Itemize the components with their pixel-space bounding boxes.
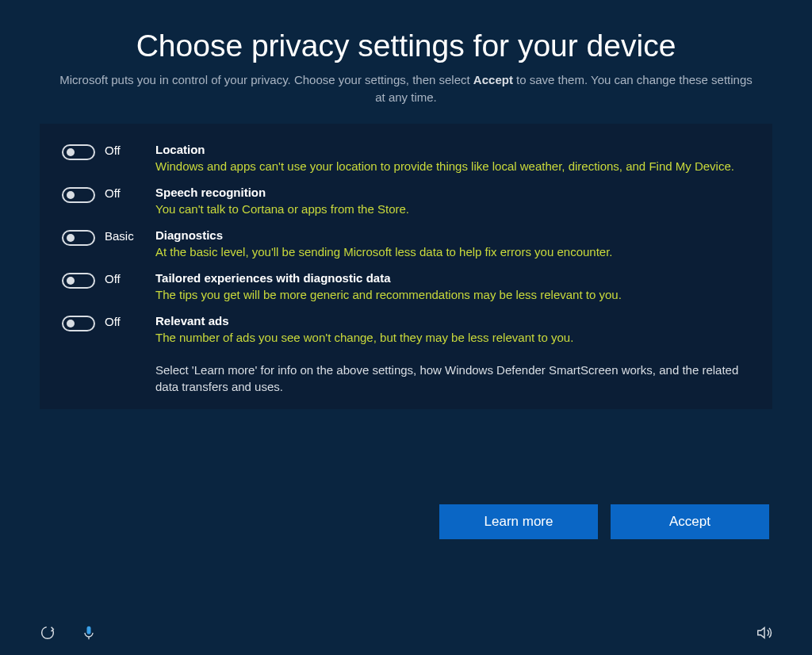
toggle-label: Off bbox=[105, 314, 155, 328]
settings-panel: Off Location Windows and apps can't use … bbox=[40, 124, 772, 409]
toggle-label: Off bbox=[105, 186, 155, 200]
toggle-speech[interactable] bbox=[62, 187, 95, 203]
learn-more-button[interactable]: Learn more bbox=[439, 504, 598, 539]
ease-of-access-icon[interactable] bbox=[38, 623, 57, 642]
toggle-location[interactable] bbox=[62, 144, 95, 160]
setting-title: Diagnostics bbox=[155, 228, 750, 242]
toggle-label: Off bbox=[105, 143, 155, 157]
volume-icon[interactable] bbox=[755, 623, 774, 642]
setting-desc: At the basic level, you'll be sending Mi… bbox=[155, 243, 750, 260]
subtitle-pre: Microsoft puts you in control of your pr… bbox=[59, 73, 473, 86]
setting-title: Relevant ads bbox=[155, 314, 750, 328]
setting-title: Speech recognition bbox=[155, 186, 750, 199]
taskbar bbox=[0, 623, 812, 642]
toggle-label: Off bbox=[105, 271, 155, 285]
svg-rect-1 bbox=[87, 626, 91, 634]
setting-desc: You can't talk to Cortana or apps from t… bbox=[155, 201, 750, 217]
setting-title: Location bbox=[155, 143, 750, 156]
page-subtitle: Microsoft puts you in control of your pr… bbox=[57, 71, 755, 106]
setting-desc: The number of ads you see won't change, … bbox=[155, 329, 750, 346]
setting-title: Tailored experiences with diagnostic dat… bbox=[155, 271, 750, 285]
toggle-tailored[interactable] bbox=[62, 273, 95, 289]
setting-row-diagnostics: Basic Diagnostics At the basic level, yo… bbox=[62, 222, 750, 265]
toggle-label: Basic bbox=[105, 228, 155, 243]
accept-button[interactable]: Accept bbox=[611, 504, 769, 539]
setting-row-speech: Off Speech recognition You can't talk to… bbox=[62, 179, 750, 222]
setting-row-location: Off Location Windows and apps can't use … bbox=[62, 136, 750, 179]
setting-row-tailored: Off Tailored experiences with diagnostic… bbox=[62, 265, 750, 308]
button-bar: Learn more Accept bbox=[40, 504, 772, 539]
setting-desc: Windows and apps can't use your location… bbox=[155, 158, 750, 174]
subtitle-bold: Accept bbox=[473, 73, 513, 86]
footer-note: Select 'Learn more' for info on the abov… bbox=[155, 362, 750, 395]
page-title: Choose privacy settings for your device bbox=[40, 29, 772, 63]
toggle-diagnostics[interactable] bbox=[62, 230, 95, 246]
svg-point-0 bbox=[42, 627, 54, 639]
microphone-icon[interactable] bbox=[79, 623, 98, 642]
setting-desc: The tips you get will be more generic an… bbox=[155, 286, 750, 303]
setting-row-ads: Off Relevant ads The number of ads you s… bbox=[62, 308, 750, 350]
toggle-ads[interactable] bbox=[62, 316, 95, 331]
